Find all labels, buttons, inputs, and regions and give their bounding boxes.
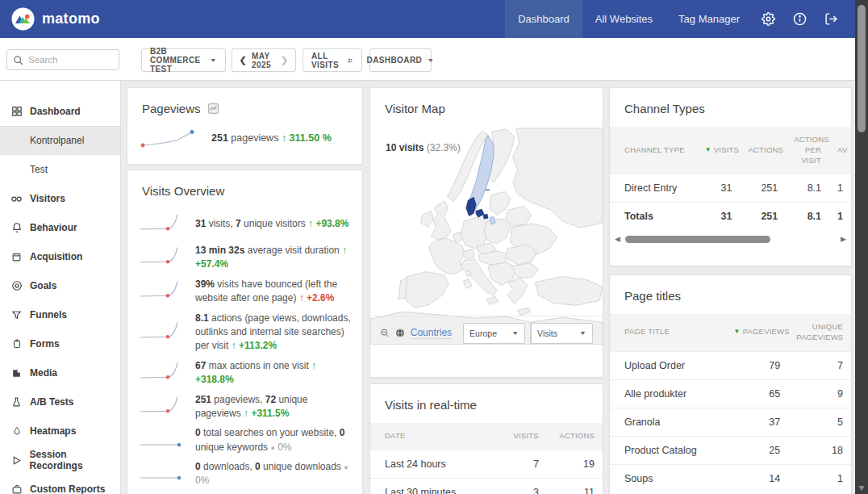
sidebar-item-label: Goals bbox=[30, 280, 56, 291]
table-row[interactable]: Last 24 hours719 bbox=[370, 450, 603, 478]
column-header[interactable]: ACTIONS PER VISIT bbox=[786, 127, 829, 174]
users-icon bbox=[347, 56, 353, 65]
dashboard-selector-button[interactable]: DASHBOARD▼ bbox=[369, 48, 432, 72]
sidebar-item-dashboard[interactable]: Dashboard bbox=[0, 97, 120, 126]
table-cell: 5 bbox=[788, 408, 851, 436]
column-header[interactable]: ▼VISITS bbox=[697, 127, 741, 174]
funnels-icon bbox=[10, 310, 23, 320]
map-metric-select[interactable]: Visits▼ bbox=[531, 323, 593, 344]
table-row[interactable]: Totals312518.11 bbox=[610, 203, 851, 231]
table-row[interactable]: Last 30 minutes311 bbox=[370, 478, 603, 494]
sidebar-item-acquisition[interactable]: Acquisition bbox=[0, 242, 120, 271]
sidebar-item-kontrolpanel[interactable]: Kontrolpanel bbox=[0, 126, 120, 155]
sidebar-item-label: Heatmaps bbox=[30, 425, 76, 437]
table-cell: Totals bbox=[610, 203, 697, 231]
table-cell: 31 bbox=[697, 174, 741, 203]
scroll-left-icon[interactable]: ◀ bbox=[615, 235, 620, 243]
acquisition-icon bbox=[10, 252, 23, 262]
zoom-out-icon[interactable] bbox=[380, 327, 390, 339]
nav-item-all-websites[interactable]: All Websites bbox=[582, 0, 666, 38]
table-cell: 14 bbox=[726, 464, 789, 492]
sidebar-item-session-recordings[interactable]: Session Recordings bbox=[0, 446, 120, 475]
sidebar-item-label: Visitors bbox=[30, 193, 65, 204]
nav-item-dashboard[interactable]: Dashboard bbox=[505, 0, 582, 38]
pageviews-summary: 251 pageviews ↑ 311.50 % bbox=[211, 132, 332, 144]
metric-text: 13 min 32s average visit duration ↑ +57.… bbox=[195, 244, 351, 272]
next-period-icon[interactable]: ❯ bbox=[281, 55, 289, 65]
matomo-logo[interactable]: matomo bbox=[0, 7, 100, 31]
europe-map-svg[interactable] bbox=[370, 125, 603, 345]
sidebar-item-label: Media bbox=[30, 367, 57, 379]
map-tooltip: 10 visits (32.3%) bbox=[383, 141, 463, 154]
map-region-select[interactable]: Europe▼ bbox=[463, 323, 525, 344]
chart-image-icon[interactable] bbox=[207, 103, 219, 115]
page-vertical-scrollbar[interactable] bbox=[855, 0, 868, 494]
table-row[interactable]: Product Catalog2518 bbox=[610, 436, 851, 464]
segment-selector-button[interactable]: ALL VISITS bbox=[303, 48, 362, 72]
search-box[interactable] bbox=[6, 49, 119, 70]
column-header[interactable]: AV bbox=[829, 127, 851, 174]
recordings-icon bbox=[10, 455, 23, 466]
visitor-map[interactable]: 10 visits (32.3%) Countries Europe▼ Visi… bbox=[370, 125, 603, 350]
hscroll-thumb[interactable] bbox=[625, 236, 770, 243]
help-info-icon[interactable] bbox=[784, 0, 816, 38]
sidebar-item-goals[interactable]: Goals bbox=[0, 271, 120, 300]
left-sidebar: DashboardKontrolpanelTestVisitorsBehavio… bbox=[0, 81, 121, 494]
table-cell: Direct Entry bbox=[610, 174, 697, 203]
table-row[interactable]: Granola375 bbox=[610, 408, 851, 436]
prev-period-icon[interactable]: ❮ bbox=[239, 55, 247, 65]
column-header[interactable]: ACTIONS bbox=[547, 423, 603, 450]
metric-text: 39% visits have bounced (left the websit… bbox=[195, 278, 351, 306]
column-header[interactable]: VISITS bbox=[491, 423, 547, 450]
globe-icon[interactable] bbox=[395, 327, 405, 339]
sign-out-icon[interactable] bbox=[816, 0, 847, 38]
metric-text: 8.1 actions (page views, downloads, outl… bbox=[195, 312, 351, 354]
table-row[interactable]: Soups141 bbox=[610, 464, 851, 492]
channel-types-hscrollbar[interactable]: ◀ ▶ bbox=[610, 230, 851, 246]
settings-gear-icon[interactable] bbox=[753, 0, 784, 38]
sidebar-item-a-b-tests[interactable]: A/B Tests bbox=[0, 387, 120, 417]
countries-link[interactable]: Countries bbox=[411, 327, 452, 339]
date-range-button[interactable]: ❮ MAY 2025 ❯ bbox=[232, 48, 296, 72]
map-region-value: Europe bbox=[469, 329, 497, 338]
sidebar-item-label: A/B Tests bbox=[30, 396, 73, 408]
sidebar-item-media[interactable]: Media bbox=[0, 358, 120, 387]
table-row[interactable]: Alle produkter659 bbox=[610, 379, 851, 408]
table-row[interactable]: Upload Order797 bbox=[610, 351, 851, 379]
sidebar-item-behaviour[interactable]: Behaviour bbox=[0, 213, 120, 242]
sidebar-item-test[interactable]: Test bbox=[0, 155, 120, 184]
visits-overview-row: 0 total searches on your website, 0 uniq… bbox=[127, 426, 362, 454]
scroll-down-icon[interactable] bbox=[858, 486, 865, 491]
channel-types-title: Channel Types bbox=[624, 102, 705, 115]
table-cell: Upload Order bbox=[610, 351, 726, 379]
scroll-right-icon[interactable]: ▶ bbox=[841, 235, 846, 243]
table-cell: 37 bbox=[726, 408, 789, 436]
table-cell: 25 bbox=[726, 436, 789, 464]
table-row[interactable]: Direct Entry312518.11 bbox=[610, 174, 851, 203]
sidebar-item-visitors[interactable]: Visitors bbox=[0, 184, 120, 213]
column-header[interactable]: PAGE TITLE bbox=[610, 314, 726, 351]
sidebar-item-custom-reports[interactable]: Custom Reports bbox=[0, 475, 120, 494]
visits-overview-title: Visits Overview bbox=[142, 184, 224, 198]
search-input[interactable] bbox=[28, 55, 109, 65]
pageviews-widget: Pageviews 251 pageviews ↑ 311.50 % bbox=[127, 87, 363, 165]
vscroll-thumb[interactable] bbox=[858, 5, 866, 132]
column-header[interactable]: ACTIONS bbox=[740, 127, 786, 174]
column-header[interactable]: ▼PAGEVIEWS bbox=[726, 314, 789, 351]
table-cell: 7 bbox=[491, 450, 547, 478]
metric-text: 0 downloads, 0 unique downloads ● 0% bbox=[195, 460, 351, 488]
sidebar-item-label: Funnels bbox=[30, 309, 67, 320]
nav-item-tag-manager[interactable]: Tag Manager bbox=[666, 0, 753, 38]
sparkline-chart bbox=[139, 211, 186, 238]
sidebar-item-label: Test bbox=[30, 164, 48, 175]
sidebar-item-forms[interactable]: Forms bbox=[0, 329, 120, 358]
sidebar-item-funnels[interactable]: Funnels bbox=[0, 300, 120, 329]
column-header[interactable]: UNIQUE PAGEVIEWS bbox=[788, 314, 851, 351]
sidebar-item-label: Session Recordings bbox=[30, 449, 120, 471]
metric-change: ● 0% bbox=[270, 442, 291, 453]
sidebar-item-heatmaps[interactable]: Heatmaps bbox=[0, 417, 120, 446]
column-header[interactable]: CHANNEL TYPE bbox=[610, 127, 697, 174]
column-header[interactable]: DATE bbox=[370, 423, 491, 450]
site-selector-button[interactable]: B2B COMMERCE TEST▼ bbox=[141, 48, 226, 72]
table-cell: Last 24 hours bbox=[370, 450, 491, 478]
